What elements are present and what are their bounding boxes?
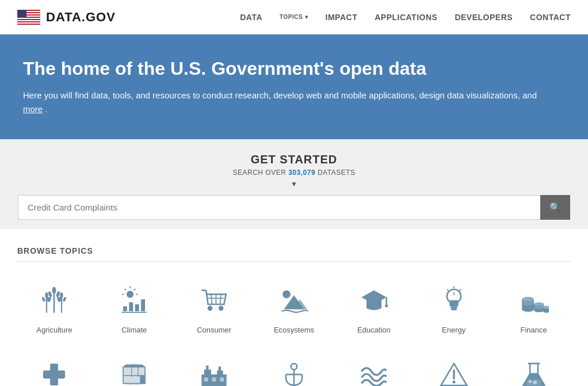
science-research-icon bbox=[519, 360, 549, 386]
hero-description: Here you will find data, tools, and reso… bbox=[23, 89, 541, 116]
topic-finance[interactable]: Finance bbox=[497, 276, 571, 344]
header: DATA.GOV DATA TOPICS ▾ IMPACT APPLICATIO… bbox=[0, 0, 588, 35]
svg-point-28 bbox=[63, 297, 67, 303]
topic-science-research[interactable]: Science & Research bbox=[497, 350, 571, 386]
search-input[interactable] bbox=[18, 195, 540, 220]
svg-rect-38 bbox=[141, 300, 145, 312]
hero-section: The home of the U.S. Government's open d… bbox=[0, 35, 588, 139]
nav-applications[interactable]: APPLICATIONS bbox=[375, 13, 437, 22]
svg-line-57 bbox=[459, 289, 461, 291]
svg-rect-80 bbox=[206, 366, 208, 370]
svg-rect-12 bbox=[17, 20, 40, 21]
agriculture-label: Agriculture bbox=[36, 326, 72, 334]
svg-point-17 bbox=[48, 291, 52, 298]
ecosystems-label: Ecosystems bbox=[274, 326, 314, 334]
nav-developers[interactable]: DEVELOPERS bbox=[455, 13, 513, 22]
svg-line-44 bbox=[211, 295, 212, 304]
browse-section: BROWSE TOPICS bbox=[0, 229, 588, 386]
topic-education[interactable]: Education bbox=[337, 276, 411, 344]
ocean-icon bbox=[359, 360, 389, 386]
svg-point-16 bbox=[52, 287, 56, 294]
svg-line-34 bbox=[125, 289, 127, 291]
svg-line-46 bbox=[220, 295, 222, 304]
svg-point-49 bbox=[282, 291, 291, 299]
nav-impact[interactable]: IMPACT bbox=[326, 13, 358, 22]
ecosystems-icon bbox=[279, 285, 309, 320]
svg-rect-35 bbox=[123, 307, 127, 312]
search-subtitle: SEARCH OVER 303,079 DATASETS bbox=[12, 169, 576, 177]
svg-rect-83 bbox=[212, 378, 216, 382]
svg-rect-11 bbox=[17, 18, 40, 18]
maritime-icon bbox=[279, 360, 309, 386]
topic-ecosystems[interactable]: Ecosystems bbox=[257, 276, 331, 344]
svg-point-26 bbox=[60, 293, 63, 299]
dropdown-icon: ▾ bbox=[305, 14, 308, 20]
svg-point-96 bbox=[533, 381, 537, 385]
svg-point-85 bbox=[291, 364, 297, 369]
dataset-count-link[interactable]: 303,079 bbox=[288, 169, 315, 177]
search-heading: GET STARTED bbox=[12, 153, 576, 166]
topic-public-safety[interactable]: Public Safety bbox=[417, 350, 491, 386]
svg-rect-36 bbox=[129, 303, 133, 312]
nav-topics[interactable]: TOPICS ▾ bbox=[280, 14, 308, 20]
education-icon bbox=[359, 285, 389, 320]
svg-point-67 bbox=[534, 305, 544, 309]
main-nav: DATA TOPICS ▾ IMPACT APPLICATIONS DEVELO… bbox=[240, 13, 571, 22]
finance-label: Finance bbox=[520, 326, 547, 334]
local-government-icon bbox=[119, 360, 149, 386]
topic-ocean[interactable]: Ocean bbox=[337, 350, 411, 386]
topic-local-government[interactable]: Local Government bbox=[97, 350, 171, 386]
topic-agriculture[interactable]: Agriculture bbox=[17, 276, 91, 344]
topic-manufacturing[interactable]: Manufacturing bbox=[177, 350, 251, 386]
svg-rect-76 bbox=[140, 376, 146, 384]
svg-line-58 bbox=[447, 289, 449, 291]
hero-title: The home of the U.S. Government's open d… bbox=[23, 58, 565, 79]
search-button[interactable]: 🔍 bbox=[540, 195, 570, 220]
svg-rect-55 bbox=[451, 308, 457, 310]
svg-rect-6 bbox=[17, 24, 40, 25]
svg-rect-82 bbox=[204, 378, 208, 382]
browse-title: BROWSE TOPICS bbox=[17, 246, 571, 262]
svg-rect-78 bbox=[204, 370, 211, 375]
svg-rect-72 bbox=[43, 370, 65, 379]
svg-point-63 bbox=[522, 301, 534, 306]
search-section: GET STARTED SEARCH OVER 303,079 DATASETS… bbox=[0, 139, 588, 229]
svg-point-52 bbox=[385, 304, 388, 307]
svg-point-41 bbox=[208, 306, 213, 311]
svg-point-95 bbox=[528, 380, 531, 383]
nav-contact[interactable]: CONTACT bbox=[530, 13, 571, 22]
consumer-icon bbox=[199, 285, 229, 320]
nav-data[interactable]: DATA bbox=[240, 13, 262, 22]
svg-rect-79 bbox=[217, 370, 223, 374]
search-dropdown-arrow: ▼ bbox=[12, 180, 576, 188]
public-safety-icon bbox=[439, 360, 469, 386]
svg-point-29 bbox=[127, 291, 133, 298]
logo[interactable]: DATA.GOV bbox=[17, 10, 116, 25]
manufacturing-icon bbox=[199, 360, 229, 386]
svg-rect-5 bbox=[17, 21, 40, 22]
svg-rect-13 bbox=[17, 22, 40, 23]
energy-label: Energy bbox=[442, 326, 465, 334]
flag-icon bbox=[17, 10, 40, 25]
energy-icon bbox=[439, 285, 469, 320]
topic-health[interactable]: Health bbox=[17, 350, 91, 386]
topic-maritime[interactable]: Maritime bbox=[257, 350, 331, 386]
hero-more-link[interactable]: more bbox=[23, 104, 43, 114]
topic-climate[interactable]: Climate bbox=[97, 276, 171, 344]
climate-label: Climate bbox=[121, 326, 147, 334]
agriculture-icon bbox=[39, 285, 69, 320]
logo-text: DATA.GOV bbox=[46, 10, 116, 25]
finance-icon bbox=[519, 285, 549, 320]
svg-rect-4 bbox=[17, 19, 40, 20]
svg-rect-37 bbox=[135, 304, 139, 311]
topic-energy[interactable]: Energy bbox=[417, 276, 491, 344]
svg-point-42 bbox=[219, 306, 224, 311]
svg-line-33 bbox=[134, 289, 136, 291]
health-icon bbox=[39, 360, 69, 386]
svg-rect-81 bbox=[219, 367, 221, 371]
svg-point-23 bbox=[41, 297, 46, 303]
svg-point-22 bbox=[45, 293, 48, 299]
search-icon: 🔍 bbox=[549, 202, 561, 212]
topic-consumer[interactable]: Consumer bbox=[177, 276, 251, 344]
education-label: Education bbox=[357, 326, 391, 334]
